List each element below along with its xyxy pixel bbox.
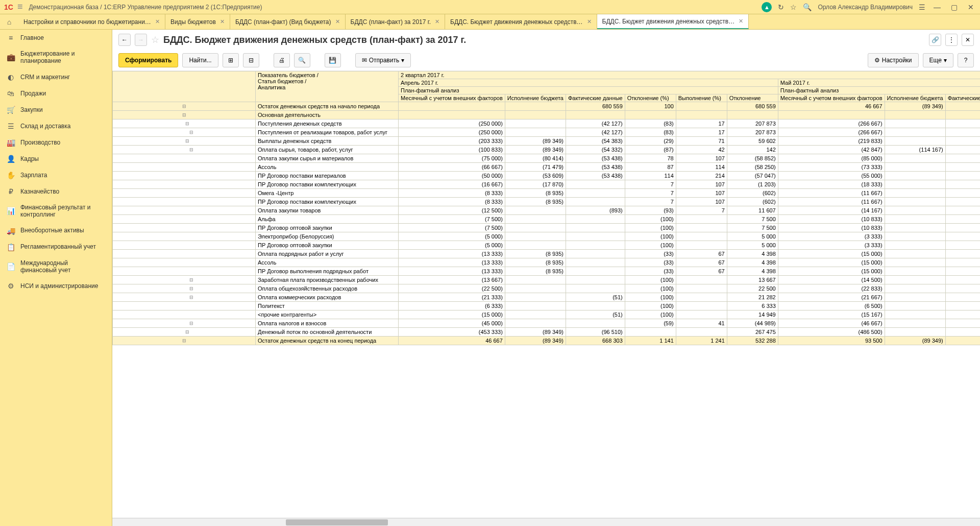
table-row[interactable]: Политекст(6 333)(100)6 333(6 500) bbox=[113, 302, 981, 310]
table-row[interactable]: Оплата закупки товаров(12 500)(893)(93)7… bbox=[113, 206, 981, 215]
collapse-icon[interactable]: ⊟ bbox=[243, 53, 259, 67]
link-icon[interactable]: 🔗 bbox=[929, 34, 941, 46]
forward-button[interactable]: → bbox=[135, 34, 147, 46]
table-row[interactable]: ⊟Оплата налогов и взносов(45 000)(59)41(… bbox=[113, 319, 981, 328]
sidebar-item[interactable]: ✋Зарплата bbox=[0, 167, 112, 183]
tab[interactable]: БДДС (план-факт) за 2017 г.✕ bbox=[346, 14, 445, 29]
table-row[interactable]: ⊟Остаток денежных средств на конец перио… bbox=[113, 337, 981, 345]
table-row[interactable]: ⊟Выплаты денежных средств(203 333)(89 34… bbox=[113, 137, 981, 146]
sidebar-label: Внеоборотные активы bbox=[20, 227, 106, 234]
tab[interactable]: Настройки и справочники по бюджетирани…✕ bbox=[18, 14, 165, 29]
user-menu-icon[interactable]: ☰ bbox=[919, 3, 925, 11]
table-row[interactable]: ⊟Поступления денежных средств(250 000)(4… bbox=[113, 119, 981, 128]
sidebar-item[interactable]: ☰Склад и доставка bbox=[0, 118, 112, 134]
table-row[interactable]: ⊟Денежный поток по основной деятельности… bbox=[113, 328, 981, 337]
close-icon[interactable]: ✕ bbox=[739, 18, 743, 25]
maximize-icon[interactable]: ▢ bbox=[949, 3, 960, 11]
close-icon[interactable]: ✕ bbox=[587, 18, 592, 25]
report-grid-wrap[interactable]: Показатель бюджетов /Статья бюджетов /Ан… bbox=[112, 71, 980, 518]
h-scrollbar[interactable] bbox=[112, 518, 980, 526]
sidebar-item[interactable]: 🛒Закупки bbox=[0, 102, 112, 118]
table-row[interactable]: Ассоль(13 333)(8 935)(33)674 398(15 000) bbox=[113, 258, 981, 267]
table-row[interactable]: Оплата закупки сырья и материалов(75 000… bbox=[113, 154, 981, 163]
print-icon[interactable]: 🖨 bbox=[274, 53, 290, 67]
sidebar-icon: ☰ bbox=[6, 122, 15, 130]
settings-button[interactable]: ⚙ Настройки bbox=[868, 53, 919, 67]
menu-icon[interactable]: ≡ bbox=[17, 2, 23, 12]
close-window-icon[interactable]: ✕ bbox=[966, 3, 976, 11]
sidebar-item[interactable]: 👤Кадры bbox=[0, 151, 112, 167]
table-row[interactable]: ⊟Поступления от реализации товаров, рабо… bbox=[113, 128, 981, 137]
sidebar-label: Склад и доставка bbox=[20, 123, 106, 130]
back-button[interactable]: ← bbox=[118, 34, 131, 46]
table-row[interactable]: ⊟Основная деятельность bbox=[113, 111, 981, 119]
table-row[interactable]: ПР Договор выполнения подрядных работ(13… bbox=[113, 267, 981, 276]
tab[interactable]: БДДС. Бюджет движения денежных средств…✕ bbox=[445, 14, 597, 29]
close-icon[interactable]: ✕ bbox=[335, 18, 340, 25]
tab-label: Виды бюджетов bbox=[170, 18, 216, 26]
table-row[interactable]: ⊟Оплата коммерческих расходов(21 333)(51… bbox=[113, 293, 981, 302]
tab[interactable]: Виды бюджетов✕ bbox=[165, 14, 230, 29]
table-row[interactable]: ⊟Оплата сырья, товаров, работ, услуг(100… bbox=[113, 146, 981, 154]
history-icon[interactable]: ↻ bbox=[778, 3, 784, 11]
expand-icon[interactable]: ⊞ bbox=[223, 53, 239, 67]
table-row[interactable]: Альфа(7 500)(100)7 500(10 833) bbox=[113, 215, 981, 224]
sidebar-item[interactable]: 🛍Продажи bbox=[0, 85, 112, 102]
home-tab[interactable]: ⌂ bbox=[0, 14, 18, 29]
table-row[interactable]: ⊟Остаток денежных средств на начало пери… bbox=[113, 102, 981, 111]
minimize-icon[interactable]: — bbox=[932, 3, 943, 11]
more-button[interactable]: Еще ▾ bbox=[923, 53, 953, 67]
tab[interactable]: БДДС. Бюджет движения денежных средств…✕ bbox=[597, 14, 749, 29]
table-row[interactable]: ⊟Заработная плата производственных рабоч… bbox=[113, 276, 981, 284]
sidebar-item[interactable]: ◐CRM и маркетинг bbox=[0, 69, 112, 85]
sidebar-item[interactable]: ≡Главное bbox=[0, 30, 112, 46]
help-icon[interactable]: ? bbox=[958, 53, 974, 67]
star-icon[interactable]: ☆ bbox=[790, 3, 797, 11]
table-row[interactable]: ПР Договор поставки комплектующих(8 333)… bbox=[113, 198, 981, 206]
form-button[interactable]: Сформировать bbox=[118, 53, 178, 67]
page-menu-icon[interactable]: ⋮ bbox=[945, 34, 958, 46]
sidebar-icon: 🛒 bbox=[6, 106, 15, 114]
save-icon[interactable]: 💾 bbox=[325, 53, 341, 67]
sidebar-icon: ◐ bbox=[6, 73, 15, 81]
bell-icon[interactable]: ▲ bbox=[762, 2, 772, 12]
table-row[interactable]: ПР Договор оптовой закупки(7 500)(100)7 … bbox=[113, 224, 981, 232]
close-icon[interactable]: ✕ bbox=[435, 18, 439, 25]
sidebar-item[interactable]: 🏭Производство bbox=[0, 134, 112, 151]
table-row[interactable]: Оплата подрядных работ и услуг(13 333)(8… bbox=[113, 250, 981, 258]
sidebar-label: Международный финансовый учет bbox=[20, 259, 106, 274]
table-row[interactable]: ПР Договор оптовой закупки(5 000)(100)5 … bbox=[113, 241, 981, 250]
sidebar-label: Финансовый результат и контроллинг bbox=[20, 204, 106, 219]
preview-icon[interactable]: 🔍 bbox=[294, 53, 310, 67]
sidebar-label: Закупки bbox=[20, 106, 106, 113]
table-row[interactable]: ПР Договор поставки комплектующих(16 667… bbox=[113, 180, 981, 189]
user-name[interactable]: Орлов Александр Владимирович bbox=[818, 4, 913, 11]
close-icon[interactable]: ✕ bbox=[155, 18, 160, 25]
table-row[interactable]: Ассоль(66 667)(71 479)(53 438)87114(58 2… bbox=[113, 163, 981, 172]
table-row[interactable]: ПР Договор поставки материалов(50 000)(5… bbox=[113, 172, 981, 180]
send-button[interactable]: ✉ Отправить ▾ bbox=[355, 53, 411, 67]
find-button[interactable]: Найти... bbox=[182, 53, 218, 67]
sidebar-item[interactable]: 💼Бюджетирование и планирование bbox=[0, 46, 112, 69]
sidebar-icon: ⚙ bbox=[6, 282, 15, 290]
table-row[interactable]: <прочие контрагенты>(15 000)(51)(100)14 … bbox=[113, 310, 981, 319]
sidebar-icon: 🛍 bbox=[6, 89, 15, 98]
app-logo: 1C bbox=[4, 3, 13, 11]
tab[interactable]: БДДС (план-факт) (Вид бюджета)✕ bbox=[230, 14, 346, 29]
sidebar-icon: 📊 bbox=[6, 207, 15, 215]
sidebar-item[interactable]: 📄Международный финансовый учет bbox=[0, 255, 112, 278]
table-row[interactable]: Омега -Центр(8 333)(8 935)7107(602)(11 6… bbox=[113, 189, 981, 198]
sidebar-icon: ✋ bbox=[6, 171, 15, 179]
sidebar-item[interactable]: ₽Казначейство bbox=[0, 183, 112, 200]
sidebar-item[interactable]: 📋Регламентированный учет bbox=[0, 239, 112, 255]
table-row[interactable]: Электроприбор (Белоруссия)(5 000)(100)5 … bbox=[113, 232, 981, 241]
search-icon[interactable]: 🔍 bbox=[803, 3, 812, 11]
favorite-icon[interactable]: ☆ bbox=[151, 34, 159, 45]
tab-label: БДДС (план-факт) (Вид бюджета) bbox=[235, 18, 331, 26]
close-icon[interactable]: ✕ bbox=[220, 18, 225, 25]
sidebar-item[interactable]: 📊Финансовый результат и контроллинг bbox=[0, 200, 112, 223]
close-page-icon[interactable]: ✕ bbox=[962, 34, 974, 46]
table-row[interactable]: ⊟Оплата общехозяйственных расходов(22 50… bbox=[113, 284, 981, 293]
sidebar-item[interactable]: 🚚Внеоборотные активы bbox=[0, 223, 112, 239]
sidebar-item[interactable]: ⚙НСИ и администрирование bbox=[0, 278, 112, 294]
